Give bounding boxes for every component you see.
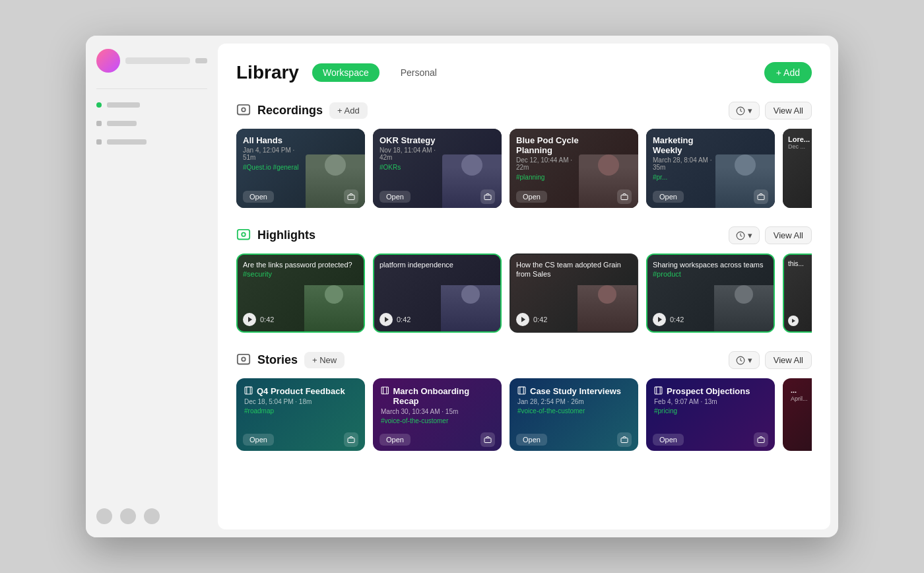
svg-rect-10: [238, 354, 249, 364]
highlight-duration: 0:42: [260, 316, 274, 323]
recording-card[interactable]: Marketing Weekly March 28, 8:04 AM · 35m…: [646, 129, 775, 208]
recording-open-button[interactable]: Open: [380, 191, 411, 203]
story-open-button[interactable]: Open: [243, 434, 274, 446]
story-tag: #voice-of-the-customer: [381, 417, 494, 424]
sidebar-item-3[interactable]: [96, 137, 207, 147]
item-icon: [96, 139, 102, 145]
story-open-button[interactable]: Open: [516, 434, 547, 446]
tab-personal[interactable]: Personal: [390, 63, 447, 82]
highlight-duration: 0:42: [397, 316, 411, 323]
briefcase-svg: [484, 436, 492, 444]
story-card[interactable]: Q4 Product Feedback Dec 18, 5:04 PM · 18…: [236, 378, 365, 451]
recordings-view-all-button[interactable]: View All: [765, 102, 812, 119]
recordings-add-button[interactable]: + Add: [329, 102, 368, 119]
recording-open-button[interactable]: Open: [653, 191, 684, 203]
recording-card[interactable]: Blue Pod Cycle Planning Dec 12, 10:44 AM…: [510, 129, 638, 208]
play-button[interactable]: [380, 313, 393, 326]
briefcase-icon[interactable]: [480, 189, 495, 204]
recording-meta: Dec 12, 10:44 AM · 22m: [516, 156, 580, 171]
card-info: All Hands Jan 4, 12:04 PM · 51m #Quest.i…: [236, 129, 314, 171]
stories-section-header: Stories + New ▾ View All: [236, 351, 812, 369]
highlight-footer: 0:42: [243, 313, 274, 326]
recordings-title-group: Recordings + Add: [236, 102, 368, 119]
partial-meta: Dec ...: [788, 143, 810, 150]
sidebar-item-2[interactable]: [96, 118, 207, 129]
highlight-label: How the CS team adopted Grain from Sales: [516, 260, 632, 279]
film-icon: [244, 386, 253, 395]
story-card[interactable]: Case Study Interviews Jan 28, 2:54 PM · …: [510, 378, 638, 451]
highlight-footer: 0:42: [516, 313, 547, 326]
story-card[interactable]: Prospect Objections Feb 4, 9:07 AM · 13m…: [646, 378, 775, 451]
partial-title: Lore...: [788, 135, 810, 143]
person-head: [598, 285, 616, 304]
sidebar-item-label: [107, 121, 137, 126]
stories-view-all-button[interactable]: View All: [765, 351, 812, 369]
add-button[interactable]: + Add: [764, 62, 812, 83]
highlight-card[interactable]: Sharing workspaces across teams #product…: [646, 253, 775, 333]
highlight-card[interactable]: platform independence 0:42: [373, 253, 502, 333]
highlight-person: [441, 279, 500, 331]
stories-title: Stories: [257, 353, 298, 367]
stories-new-button[interactable]: + New: [304, 352, 345, 368]
card-info: Blue Pod Cycle Planning Dec 12, 10:44 AM…: [510, 129, 587, 181]
briefcase-icon[interactable]: [617, 432, 632, 447]
svg-rect-4: [484, 195, 491, 200]
briefcase-icon[interactable]: [754, 189, 768, 204]
recording-card[interactable]: All Hands Jan 4, 12:04 PM · 51m #Quest.i…: [236, 129, 365, 208]
person-head: [325, 154, 346, 176]
person-fill: [578, 285, 637, 333]
bottom-icon-3[interactable]: [144, 508, 160, 524]
page-title: Library: [236, 62, 299, 83]
svg-rect-5: [621, 195, 628, 200]
svg-rect-16: [348, 438, 354, 443]
bottom-icon-2[interactable]: [120, 508, 136, 524]
story-open-button[interactable]: Open: [380, 434, 411, 446]
person-fill: [441, 285, 500, 333]
clock-icon: [736, 356, 745, 365]
recordings-section-header: Recordings + Add ▾ View All: [236, 102, 812, 119]
briefcase-icon[interactable]: [754, 432, 768, 447]
svg-rect-28: [758, 438, 764, 443]
svg-rect-13: [245, 387, 252, 394]
briefcase-svg: [757, 193, 765, 201]
divider: [96, 88, 207, 89]
film-icon: [654, 386, 663, 395]
play-button[interactable]: [516, 313, 529, 326]
highlights-sort-button[interactable]: ▾: [729, 226, 760, 244]
svg-point-1: [242, 108, 246, 112]
recordings-sort-button[interactable]: ▾: [729, 102, 760, 119]
person-head: [598, 154, 619, 176]
clock-icon: [736, 106, 745, 116]
briefcase-icon[interactable]: [344, 189, 358, 204]
play-icon: [248, 317, 252, 322]
recording-tag: #Quest.io #general: [243, 164, 307, 171]
highlight-card[interactable]: How the CS team adopted Grain from Sales…: [510, 253, 638, 333]
tab-workspace[interactable]: Workspace: [312, 63, 380, 82]
highlight-tag: #security: [243, 270, 272, 278]
play-icon: [521, 317, 525, 322]
story-meta: March 30, 10:34 AM · 15m: [381, 408, 494, 415]
story-open-button[interactable]: Open: [653, 434, 684, 446]
highlight-card[interactable]: Are the links password protected? #secur…: [236, 253, 365, 333]
bottom-icon-1[interactable]: [96, 508, 112, 524]
sidebar-item-1[interactable]: [96, 100, 207, 110]
play-button[interactable]: [788, 316, 799, 326]
highlights-title: Highlights: [257, 228, 315, 242]
recording-card[interactable]: OKR Strategy Nov 18, 11:04 AM · 42m #OKR…: [373, 129, 502, 208]
app-window: Library Workspace Personal + Add Recordi…: [86, 36, 838, 537]
briefcase-icon[interactable]: [344, 432, 358, 447]
recording-open-button[interactable]: Open: [243, 191, 274, 203]
story-card[interactable]: March Onboarding Recap March 30, 10:34 A…: [373, 378, 502, 451]
briefcase-svg: [620, 193, 628, 201]
stories-sort-button[interactable]: ▾: [729, 351, 760, 369]
briefcase-icon[interactable]: [480, 432, 495, 447]
card-info: OKR Strategy Nov 18, 11:04 AM · 42m #OKR…: [373, 129, 450, 171]
item-icon: [96, 121, 102, 126]
recording-tag: #OKRs: [380, 164, 444, 171]
avatar: [96, 49, 120, 73]
play-button[interactable]: [653, 313, 666, 326]
recording-open-button[interactable]: Open: [516, 191, 547, 203]
highlights-view-all-button[interactable]: View All: [765, 226, 812, 244]
briefcase-icon[interactable]: [617, 189, 632, 204]
play-button[interactable]: [243, 313, 256, 326]
